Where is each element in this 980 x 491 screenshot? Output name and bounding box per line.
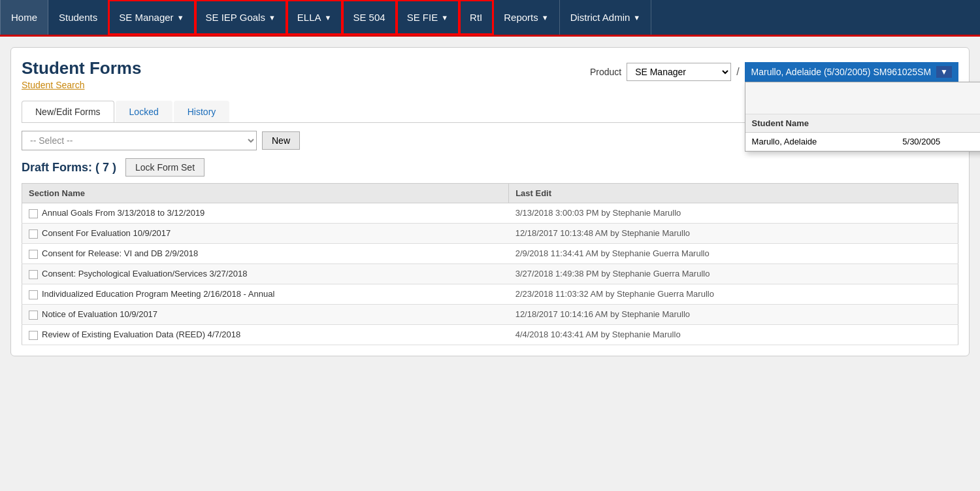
form-name-cell: Consent For Evaluation 10/9/2017 <box>22 224 509 244</box>
nav-caret-se-manager: ▼ <box>177 14 184 22</box>
form-name-text[interactable]: Consent For Evaluation 10/9/2017 <box>42 228 171 238</box>
form-name-text[interactable]: Review of Existing Evaluation Data (REED… <box>42 330 240 339</box>
edit-student-btn-row: Edit Student <box>745 82 980 114</box>
form-name-text[interactable]: Individualized Education Program Meeting… <box>42 289 274 299</box>
nav-caret-district-admin: ▼ <box>633 14 640 22</box>
form-name-cell: Review of Existing Evaluation Data (REED… <box>22 325 509 345</box>
nav-item-se-iep-goals[interactable]: SE IEP Goals▼ <box>195 0 287 35</box>
student-dropdown-panel: Edit Student Student Name <box>745 82 980 152</box>
form-name-cell: Annual Goals From 3/13/2018 to 3/12/2019 <box>22 203 509 224</box>
form-checkbox[interactable] <box>29 311 38 320</box>
form-name-cell: Consent: Psychological Evaluation/Servic… <box>22 264 509 284</box>
student-selected-value: Marullo, Adelaide (5/30/2005) SM961025SM <box>751 67 932 77</box>
form-table-row: Consent for Release: VI and DB 2/9/2018 … <box>22 244 958 264</box>
page-title: Student Forms <box>22 58 141 78</box>
product-label: Product <box>590 67 621 77</box>
form-name-text[interactable]: Consent: Psychological Evaluation/Servic… <box>42 269 247 279</box>
nav-item-se-manager[interactable]: SE Manager▼ <box>108 0 195 35</box>
form-last-edit-cell: 4/4/2018 10:43:41 AM by Stephanie Marull… <box>509 325 958 345</box>
slash-divider: / <box>736 66 739 78</box>
form-last-edit-cell: 12/18/2017 10:14:16 AM by Stephanie Maru… <box>509 305 958 325</box>
nav-item-district-admin[interactable]: District Admin▼ <box>560 0 652 35</box>
form-type-select[interactable]: -- Select -- <box>22 131 257 150</box>
student-caret-btn[interactable]: ▼ <box>936 66 952 78</box>
product-select[interactable]: SE Manager <box>627 63 731 81</box>
form-last-edit-cell: 3/27/2018 1:49:38 PM by Stephanie Guerra… <box>509 264 958 284</box>
form-checkbox[interactable] <box>29 229 38 239</box>
nav-caret-se-iep-goals: ▼ <box>269 14 276 22</box>
student-dob-cell: 5/30/2005 <box>896 133 980 151</box>
nav-item-rti[interactable]: RtI <box>459 0 493 35</box>
form-name-text[interactable]: Notice of Evaluation 10/9/2017 <box>42 309 157 319</box>
student-dropdown-wrapper: Marullo, Adelaide (5/30/2005) SM961025SM… <box>745 62 958 82</box>
student-col-dob <box>896 114 980 133</box>
student-selector[interactable]: Marullo, Adelaide (5/30/2005) SM961025SM… <box>745 62 958 82</box>
form-name-cell: Consent for Release: VI and DB 2/9/2018 <box>22 244 509 264</box>
student-scroll-area: Student Name Marullo, Adelaide 5/30/2005… <box>745 114 980 151</box>
nav-item-se-504[interactable]: SE 504 <box>342 0 396 35</box>
form-checkbox[interactable] <box>29 250 38 259</box>
form-last-edit-cell: 3/13/2018 3:00:03 PM by Stephanie Marull… <box>509 203 958 224</box>
form-table-row: Notice of Evaluation 10/9/2017 12/18/201… <box>22 305 958 325</box>
form-name-cell: Individualized Education Program Meeting… <box>22 284 509 305</box>
lock-form-set-button[interactable]: Lock Form Set <box>125 158 204 177</box>
form-name-text[interactable]: Annual Goals From 3/13/2018 to 3/12/2019 <box>42 208 204 218</box>
form-table-row: Consent: Psychological Evaluation/Servic… <box>22 264 958 284</box>
draft-forms-title: Draft Forms: ( 7 ) <box>22 161 116 175</box>
form-last-edit-cell: 2/23/2018 11:03:32 AM by Stephanie Guerr… <box>509 284 958 305</box>
nav-caret-ella: ▼ <box>325 14 332 22</box>
student-search-link[interactable]: Student Search <box>22 80 161 90</box>
new-form-button[interactable]: New <box>262 131 300 150</box>
tab-locked[interactable]: Locked <box>116 101 172 122</box>
forms-table: Section Name Last Edit Annual Goals From… <box>22 183 958 345</box>
form-checkbox[interactable] <box>29 209 38 218</box>
nav-item-home[interactable]: Home <box>0 0 48 35</box>
product-row: Product SE Manager / Marullo, Adelaide (… <box>590 62 958 82</box>
form-name-text[interactable]: Consent for Release: VI and DB 2/9/2018 <box>42 248 198 258</box>
student-forms-card: Student Forms Student Search Product SE … <box>10 47 970 356</box>
nav-item-students[interactable]: Students <box>48 0 108 35</box>
main-content: Student Forms Student Search Product SE … <box>0 37 980 367</box>
form-checkbox[interactable] <box>29 290 38 299</box>
tab-history[interactable]: History <box>174 101 230 122</box>
student-name-cell: Marullo, Adelaide <box>745 133 896 151</box>
nav-caret-reports: ▼ <box>542 14 549 22</box>
form-checkbox[interactable] <box>29 270 38 279</box>
page-header: Student Forms Student Search Product SE … <box>22 58 958 90</box>
student-table-row[interactable]: Marullo, Adelaide 5/30/2005 SM961025SM <box>745 133 980 151</box>
col-header-section: Section Name <box>22 184 509 203</box>
student-col-name: Student Name <box>745 114 896 133</box>
form-checkbox[interactable] <box>29 331 38 340</box>
form-table-row: Annual Goals From 3/13/2018 to 3/12/2019… <box>22 203 958 224</box>
form-last-edit-cell: 12/18/2017 10:13:48 AM by Stephanie Maru… <box>509 224 958 244</box>
form-table-row: Review of Existing Evaluation Data (REED… <box>22 325 958 345</box>
nav-item-ella[interactable]: ELLA▼ <box>287 0 343 35</box>
navbar: HomeStudentsSE Manager▼SE IEP Goals▼ELLA… <box>0 0 980 37</box>
draft-forms-header: Draft Forms: ( 7 ) Lock Form Set <box>22 158 958 177</box>
form-table-row: Consent For Evaluation 10/9/2017 12/18/2… <box>22 224 958 244</box>
nav-caret-se-fie: ▼ <box>441 14 448 22</box>
col-header-edit: Last Edit <box>509 184 958 203</box>
form-table-row: Individualized Education Program Meeting… <box>22 284 958 305</box>
tab-new-edit-forms[interactable]: New/Edit Forms <box>22 101 114 122</box>
nav-item-reports[interactable]: Reports▼ <box>493 0 559 35</box>
nav-item-se-fie[interactable]: SE FIE▼ <box>397 0 459 35</box>
student-table: Student Name Marullo, Adelaide 5/30/2005… <box>745 114 980 151</box>
form-last-edit-cell: 2/9/2018 11:34:41 AM by Stephanie Guerra… <box>509 244 958 264</box>
form-name-cell: Notice of Evaluation 10/9/2017 <box>22 305 509 325</box>
